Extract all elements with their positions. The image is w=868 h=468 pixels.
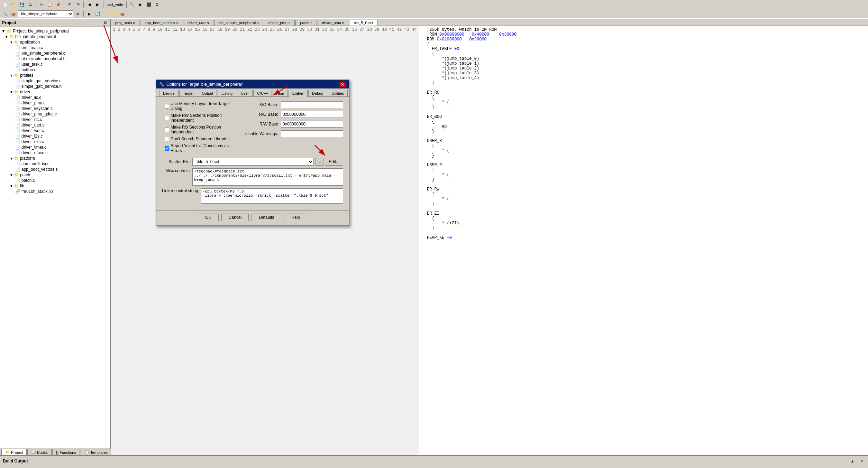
pkg-btn[interactable]: 📦 bbox=[119, 10, 126, 18]
tb2-btn2[interactable]: 📦 bbox=[10, 10, 17, 18]
checkbox-1[interactable] bbox=[165, 116, 169, 120]
dialog-tab-target[interactable]: Target bbox=[179, 90, 198, 96]
bottom-tab-functions[interactable]: {}Functions bbox=[52, 449, 80, 455]
tree-item-ble_simple_peripheral_h[interactable]: 📄ble_simple_peripheral.h bbox=[0, 56, 110, 62]
tree-item-platform[interactable]: ▼ 📁platform bbox=[0, 156, 110, 161]
editor-tab-ble_simple_peripheral_c[interactable]: ble_simple_peripheral.c bbox=[214, 20, 263, 26]
xo-base-input[interactable] bbox=[281, 101, 343, 108]
dialog-tab-user[interactable]: User bbox=[237, 90, 253, 96]
tree-item-simple_gatt_service_h[interactable]: 📄simple_gatt_service.h bbox=[0, 84, 110, 89]
dialog-tab-listing[interactable]: Listing bbox=[218, 90, 236, 96]
tree-item-application[interactable]: ▼ 📁application bbox=[0, 39, 110, 45]
tree-item-driver_pmu_qdec_c[interactable]: 📄driver_pmu_qdec.c bbox=[0, 111, 110, 117]
tree-item-driver_efuse_c[interactable]: 📄driver_efuse.c bbox=[0, 150, 110, 156]
tree-item-patch[interactable]: ▼ 📁patch bbox=[0, 172, 110, 178]
code-content[interactable]: ;256k bytes, which is 2M ROM ;ROM 0x0000… bbox=[419, 26, 868, 455]
options-dialog[interactable]: 🔧 Options for Target 'ble_simple_periphe… bbox=[156, 79, 349, 226]
flash-btn[interactable]: ⚡ bbox=[102, 10, 110, 18]
tree-item-app_boot_vectors_s[interactable]: 📄app_boot_vectors.s bbox=[0, 167, 110, 172]
editor-tab-driver_pmu[interactable]: driver_pmu.c bbox=[264, 20, 295, 26]
tree-item-driver_pmu_c[interactable]: 📄driver_pmu.c bbox=[0, 100, 110, 106]
settings-btn[interactable]: ⚙ bbox=[153, 1, 161, 8]
tree-item-driver_rtc_c[interactable]: 📄driver_rtc.c bbox=[0, 117, 110, 122]
bottom-tab-templates[interactable]: 📋Templates bbox=[81, 449, 111, 455]
dialog-tab-cc++[interactable]: C/C++ bbox=[253, 90, 272, 96]
build-output-resize-btn[interactable]: ▲ bbox=[849, 457, 856, 465]
dialog-tab-utilities[interactable]: Utilities bbox=[328, 90, 348, 96]
tree-item-driver_exti_c[interactable]: 📄driver_exti.c bbox=[0, 139, 110, 144]
tree-item-simple_gatt_service_c[interactable]: 📄simple_gatt_service.c bbox=[0, 78, 110, 84]
dialog-tab-asm[interactable]: Asm bbox=[273, 90, 288, 96]
cancel-button[interactable]: Cancel bbox=[221, 214, 249, 221]
tree-item-driver_uart_c[interactable]: 📄driver_uart.c bbox=[0, 122, 110, 128]
tree-item-root[interactable]: ▼ 📁ble_simple_peripheral bbox=[0, 34, 110, 39]
stop-btn[interactable]: ⬛ bbox=[145, 1, 153, 8]
dialog-tab-device[interactable]: Device bbox=[159, 90, 179, 96]
nav-fwd-btn[interactable]: ▶ bbox=[94, 1, 101, 8]
rw-base-input[interactable] bbox=[281, 121, 343, 128]
bottom-tab-project[interactable]: 📁Project bbox=[1, 449, 27, 455]
tree-item-button_c[interactable]: 📄button.c bbox=[0, 67, 110, 73]
editor-tab-ble_5_0_sct[interactable]: ble_5_0.sct bbox=[349, 20, 377, 26]
editor-tab-driver_pmu2[interactable]: driver_pmu.c bbox=[318, 20, 349, 26]
editor-tab-patch_c[interactable]: patch.c bbox=[295, 20, 317, 26]
rebuild-btn[interactable]: 🔄 bbox=[94, 10, 101, 18]
copy-btn[interactable]: 📋 bbox=[46, 1, 54, 8]
bottom-tab-books[interactable]: 📖Books bbox=[27, 449, 52, 455]
disable-warnings-input[interactable] bbox=[281, 130, 343, 137]
tree-item-ble_simple_peripheral_c[interactable]: 📄ble_simple_peripheral.c bbox=[0, 50, 110, 56]
checkbox-0[interactable] bbox=[165, 104, 169, 109]
editor-tab-app_boot_vectors[interactable]: app_boot_vectors.s bbox=[140, 20, 182, 26]
dialog-tab-debug[interactable]: Debug bbox=[308, 90, 327, 96]
tree-item-driver_iic_c[interactable]: 📄driver_iic.c bbox=[0, 95, 110, 100]
linker-control-textarea[interactable] bbox=[201, 188, 343, 204]
undo-btn[interactable]: ↶ bbox=[66, 1, 73, 8]
cut-btn[interactable]: ✂ bbox=[38, 1, 45, 8]
tree-item-user_task_c[interactable]: 📄user_task.c bbox=[0, 62, 110, 67]
scatter-browse-btn[interactable]: ... bbox=[315, 158, 323, 166]
ok-button[interactable]: OK bbox=[198, 214, 219, 221]
editor-tab-proj_main[interactable]: proj_main.c bbox=[111, 20, 139, 26]
debug-btn[interactable]: ▶ bbox=[137, 1, 144, 8]
ro-base-input[interactable] bbox=[281, 111, 343, 118]
nav-back-btn[interactable]: ◀ bbox=[85, 1, 93, 8]
tree-item-driver_timer_c[interactable]: 📄driver_timer.c bbox=[0, 144, 110, 150]
dialog-close-btn[interactable]: ✕ bbox=[339, 82, 346, 87]
tree-item-proj_main_c[interactable]: 📄proj_main.c bbox=[0, 45, 110, 50]
checkbox-2[interactable] bbox=[165, 128, 169, 132]
save-all-btn[interactable]: 🗂 bbox=[26, 1, 34, 8]
target-dropdown[interactable]: ble_simple_peripheral bbox=[18, 10, 73, 17]
tree-item-lib[interactable]: ▼ 📁lib bbox=[0, 183, 110, 189]
tree-item-driver_i2s_c[interactable]: 📄driver_i2s.c bbox=[0, 133, 110, 139]
new-btn[interactable]: 📄 bbox=[1, 1, 9, 8]
tree-item-patch_c[interactable]: 📄patch.c bbox=[0, 178, 110, 183]
tree-item-core_cm3_isr_c[interactable]: 📄core_cm3_isr.c bbox=[0, 161, 110, 167]
help-button[interactable]: Help bbox=[284, 214, 307, 221]
scatter-dropdown[interactable]: .\ble_5_0.sct bbox=[192, 158, 314, 166]
dialog-tab-linker[interactable]: Linker bbox=[289, 90, 308, 97]
tree-item-profiles[interactable]: ▼ 📁profiles bbox=[0, 73, 110, 78]
tree-item-driver_wdt_c[interactable]: 📄driver_wdt.c bbox=[0, 128, 110, 133]
tb2-btn1[interactable]: 🔍 bbox=[1, 10, 9, 18]
panel-close-btn[interactable]: ✕ bbox=[102, 20, 108, 26]
target-options-btn[interactable]: ⚙ bbox=[74, 10, 82, 18]
checkbox-4[interactable] bbox=[165, 146, 169, 151]
tree-item-fr8010h_stack_lib[interactable]: 🔗fr8010h_stack.lib bbox=[0, 189, 110, 194]
defaults-button[interactable]: Defaults bbox=[252, 214, 281, 221]
compile-btn[interactable]: ▶ bbox=[85, 10, 93, 18]
flash2-btn[interactable]: ⚡ bbox=[110, 10, 118, 18]
tree-item-driver_keyscan_c[interactable]: 📄driver_keyscan.c bbox=[0, 106, 110, 111]
checkbox-3[interactable] bbox=[165, 137, 169, 141]
open-btn[interactable]: 📂 bbox=[10, 1, 17, 8]
save-btn[interactable]: 💾 bbox=[18, 1, 26, 8]
dialog-tab-output[interactable]: Output bbox=[198, 90, 217, 96]
build-btn[interactable]: 🔧 bbox=[128, 1, 136, 8]
tree-item-driver[interactable]: ▼ 📁driver bbox=[0, 89, 110, 95]
misc-textarea[interactable] bbox=[192, 168, 343, 186]
build-output-close-btn[interactable]: ✕ bbox=[858, 457, 865, 465]
paste-btn[interactable]: 📌 bbox=[54, 1, 62, 8]
tree-root[interactable]: ▼📁Project: ble_simple_peripheral bbox=[0, 28, 110, 34]
editor-tab-driver_uart_h[interactable]: driver_uart.h bbox=[183, 20, 213, 26]
redo-btn[interactable]: ↷ bbox=[74, 1, 82, 8]
scatter-edit-btn[interactable]: Edit... bbox=[325, 158, 343, 166]
